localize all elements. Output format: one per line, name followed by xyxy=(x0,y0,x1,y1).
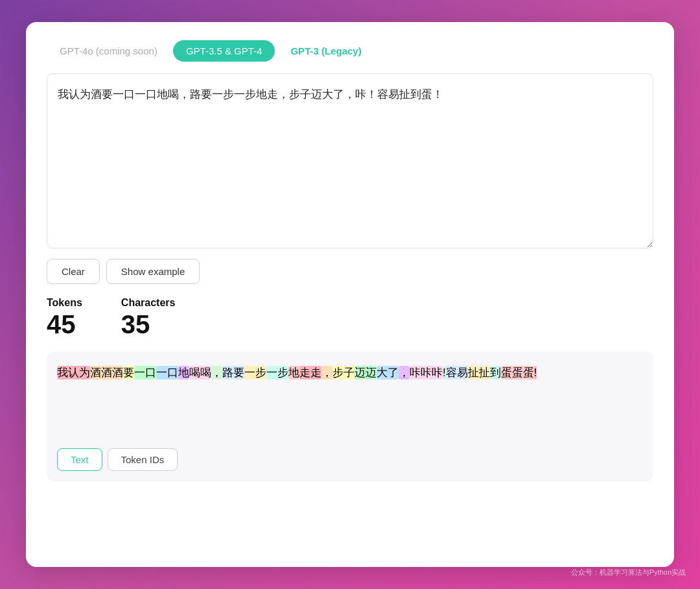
token-span: 地 xyxy=(178,366,189,379)
token-span: 一口 xyxy=(134,366,156,379)
token-span: 一步 xyxy=(266,366,288,379)
watermark: 公众号：机器学习算法与Python实战 xyxy=(571,568,686,577)
characters-stat: Characters 35 xyxy=(121,297,176,339)
model-tabs: GPT-4o (coming soon) GPT-3.5 & GPT-4 GPT… xyxy=(47,40,653,62)
tab-token-ids[interactable]: Token IDs xyxy=(108,448,178,471)
tab-text[interactable]: Text xyxy=(57,448,102,471)
token-span: 要 xyxy=(123,366,134,379)
token-viz-area: 我认为酒酒酒要一口一口地喝喝，路要一步一步地走走，步子迈迈大了，咔咔咔!容易扯扯… xyxy=(47,352,653,481)
token-span: 路要 xyxy=(222,366,244,379)
text-input[interactable]: 我认为酒要一口一口地喝，路要一步一步地走，步子迈大了，咔！容易扯到蛋！ xyxy=(47,73,653,248)
stats-row: Tokens 45 Characters 35 xyxy=(47,297,653,339)
action-buttons: Clear Show example xyxy=(47,259,653,284)
token-span: ! xyxy=(534,366,537,379)
clear-button[interactable]: Clear xyxy=(47,259,100,284)
token-span: 一口 xyxy=(156,366,178,379)
tab-gpt35[interactable]: GPT-3.5 & GPT-4 xyxy=(173,40,275,62)
token-span: 扯扯 xyxy=(468,366,490,379)
token-span: 容易 xyxy=(446,366,468,379)
token-span: 大了 xyxy=(377,366,399,379)
token-span: 地 xyxy=(288,366,299,379)
token-span: ， xyxy=(321,366,332,379)
characters-label: Characters xyxy=(121,297,176,309)
characters-value: 35 xyxy=(121,310,176,339)
tokens-label: Tokens xyxy=(47,297,82,309)
token-span: ， xyxy=(211,366,222,379)
token-display: 我认为酒酒酒要一口一口地喝喝，路要一步一步地走走，步子迈迈大了，咔咔咔!容易扯扯… xyxy=(57,362,643,438)
token-span: 迈迈 xyxy=(355,366,377,379)
token-span: ， xyxy=(399,366,410,379)
token-span: 走走 xyxy=(299,366,321,379)
show-example-button[interactable]: Show example xyxy=(106,259,200,284)
token-span: 喝喝 xyxy=(189,366,211,379)
main-card: GPT-4o (coming soon) GPT-3.5 & GPT-4 GPT… xyxy=(26,22,674,567)
tokens-value: 45 xyxy=(47,310,82,339)
token-span: 一步 xyxy=(244,366,266,379)
token-span: 蛋蛋蛋 xyxy=(501,366,534,379)
token-span: 我认为 xyxy=(57,366,90,379)
token-span: 步子 xyxy=(332,366,355,379)
token-span: 咔咔咔 xyxy=(410,366,443,379)
bottom-tabs: Text Token IDs xyxy=(57,448,643,471)
tab-gpt4o[interactable]: GPT-4o (coming soon) xyxy=(47,40,170,62)
token-span: 到 xyxy=(490,366,501,379)
tab-gpt3[interactable]: GPT-3 (Legacy) xyxy=(277,40,374,62)
tokens-stat: Tokens 45 xyxy=(47,297,82,339)
token-span: 酒酒酒 xyxy=(90,366,123,379)
